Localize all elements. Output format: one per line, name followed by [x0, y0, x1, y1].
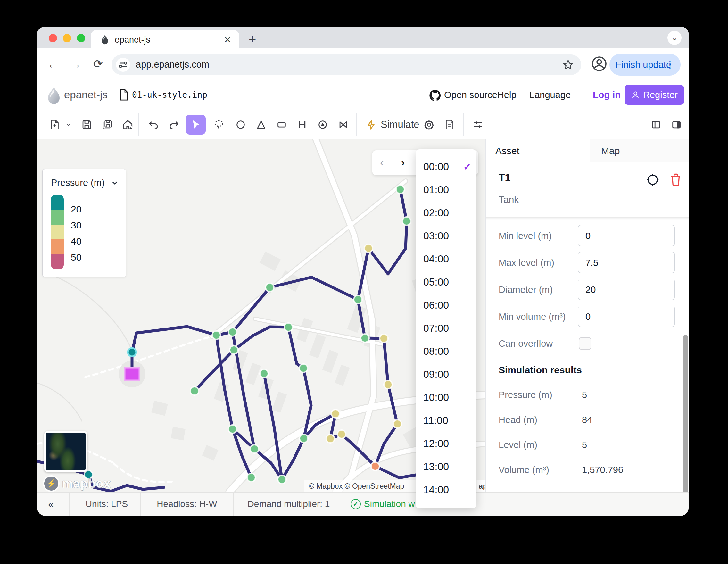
- report-button[interactable]: [440, 115, 459, 135]
- profile-icon[interactable]: [590, 55, 608, 73]
- can-overflow-checkbox[interactable]: [579, 337, 591, 350]
- save-button[interactable]: [77, 115, 97, 135]
- node-green[interactable]: [228, 425, 237, 433]
- finish-update-button[interactable]: Finish update ⋮: [609, 54, 681, 76]
- time-option[interactable]: 08:00: [416, 340, 476, 363]
- field-input[interactable]: 7.5: [578, 252, 675, 273]
- node-green[interactable]: [260, 369, 268, 378]
- node-green[interactable]: [230, 346, 238, 354]
- right-panel-toggle-button[interactable]: [666, 115, 686, 135]
- valve-tool-button[interactable]: [333, 115, 353, 135]
- statusbar-item[interactable]: Demand multiplier: 1: [236, 499, 342, 509]
- locate-asset-icon[interactable]: [645, 172, 660, 187]
- time-option[interactable]: 00:00✓: [416, 155, 476, 178]
- lasso-select-tool-button[interactable]: [210, 115, 229, 135]
- node-green[interactable]: [354, 295, 362, 304]
- node-yellow[interactable]: [331, 410, 340, 418]
- undo-button[interactable]: [144, 115, 163, 135]
- junction-tool-button[interactable]: [231, 115, 251, 135]
- select-tool-button[interactable]: [186, 115, 206, 135]
- pump-tool-button[interactable]: [313, 115, 333, 135]
- pipe[interactable]: [233, 287, 270, 332]
- node-green[interactable]: [228, 328, 237, 336]
- node-yellow[interactable]: [380, 334, 388, 343]
- tab-asset[interactable]: Asset: [486, 139, 590, 162]
- time-option[interactable]: 01:00: [416, 178, 476, 201]
- browser-tab[interactable]: epanet-js ✕: [91, 30, 239, 48]
- prev-timestep-button[interactable]: ‹: [380, 156, 384, 169]
- left-panel-toggle-button[interactable]: [646, 115, 666, 135]
- time-option[interactable]: 12:00: [416, 432, 476, 455]
- collapse-statusbar-button[interactable]: «: [48, 498, 54, 510]
- statusbar-item[interactable]: Headloss: H-W: [143, 499, 231, 509]
- legend-title[interactable]: Pressure (m): [51, 178, 105, 188]
- tank-selected[interactable]: [125, 368, 139, 380]
- simulate-button[interactable]: Simulate: [361, 115, 424, 135]
- node-green[interactable]: [278, 475, 286, 484]
- back-button[interactable]: ←: [43, 54, 63, 75]
- register-button[interactable]: Register: [625, 85, 684, 105]
- time-option[interactable]: 03:00: [416, 224, 476, 247]
- time-option[interactable]: 14:00: [416, 478, 476, 501]
- time-option[interactable]: 15:00: [416, 501, 476, 508]
- minimize-window-button[interactable]: [63, 34, 71, 42]
- node-green[interactable]: [396, 185, 404, 194]
- node-green[interactable]: [247, 473, 255, 482]
- time-option[interactable]: 10:00: [416, 386, 476, 409]
- node-yellow[interactable]: [393, 420, 401, 428]
- pipe[interactable]: [368, 221, 407, 274]
- save-as-button[interactable]: [97, 115, 117, 135]
- tab-close-icon[interactable]: ✕: [224, 35, 231, 45]
- node-green[interactable]: [402, 217, 411, 225]
- legend-chevron-icon[interactable]: [111, 179, 119, 187]
- tank-tool-button[interactable]: [272, 115, 292, 135]
- time-option[interactable]: 11:00: [416, 409, 476, 432]
- tab-map[interactable]: Map: [590, 139, 689, 162]
- node-green[interactable]: [300, 434, 308, 443]
- tab-search-button[interactable]: ⌄: [667, 31, 682, 45]
- time-option[interactable]: 05:00: [416, 270, 476, 294]
- help-link[interactable]: Help: [497, 90, 517, 100]
- new-file-button[interactable]: [45, 115, 65, 135]
- panel-scrollbar[interactable]: [683, 335, 688, 516]
- new-file-chevron-icon[interactable]: [65, 121, 72, 128]
- node-yellow[interactable]: [337, 430, 346, 438]
- pipe-tool-button[interactable]: [292, 115, 312, 135]
- field-input[interactable]: 0: [578, 225, 675, 246]
- node-yellow[interactable]: [384, 380, 392, 389]
- minimap-globe[interactable]: [44, 431, 87, 472]
- time-option[interactable]: 06:00: [416, 294, 476, 317]
- login-link[interactable]: Log in: [593, 90, 621, 100]
- reservoir-tool-button[interactable]: [251, 115, 271, 135]
- time-option[interactable]: 09:00: [416, 363, 476, 386]
- omnibox[interactable]: app.epanetjs.com: [112, 54, 581, 75]
- time-option[interactable]: 07:00: [416, 317, 476, 340]
- forward-button[interactable]: →: [65, 54, 86, 75]
- settings-button[interactable]: [419, 115, 439, 135]
- node-green[interactable]: [299, 364, 308, 372]
- close-window-button[interactable]: [49, 34, 57, 42]
- app-brand[interactable]: epanet-js: [64, 89, 108, 101]
- time-option[interactable]: 04:00: [416, 247, 476, 270]
- node-green[interactable]: [361, 334, 369, 342]
- file-chip[interactable]: 01-uk-style.inp: [119, 89, 207, 101]
- delete-asset-icon[interactable]: [669, 172, 683, 187]
- time-option[interactable]: 02:00: [416, 201, 476, 224]
- language-link[interactable]: Language: [529, 90, 571, 100]
- time-option[interactable]: 13:00: [416, 455, 476, 478]
- home-add-button[interactable]: [118, 115, 138, 135]
- url-text[interactable]: app.epanetjs.com: [136, 59, 209, 70]
- field-input[interactable]: 20: [578, 279, 675, 300]
- node-yellow[interactable]: [326, 435, 335, 443]
- statusbar-item[interactable]: Units: LPS: [73, 499, 140, 509]
- map-attribution-tail[interactable]: ap: [477, 480, 485, 492]
- filters-button[interactable]: [468, 115, 488, 135]
- map-legend[interactable]: Pressure (m) 20304050: [42, 169, 126, 277]
- time-dropdown[interactable]: 00:00✓01:0002:0003:0004:0005:0006:0007:0…: [416, 149, 476, 508]
- node-yellow[interactable]: [364, 244, 373, 253]
- node-green[interactable]: [266, 283, 274, 292]
- next-timestep-button[interactable]: ›: [401, 156, 405, 169]
- redo-button[interactable]: [164, 115, 184, 135]
- node-green[interactable]: [250, 445, 259, 453]
- node-teal[interactable]: [128, 348, 136, 356]
